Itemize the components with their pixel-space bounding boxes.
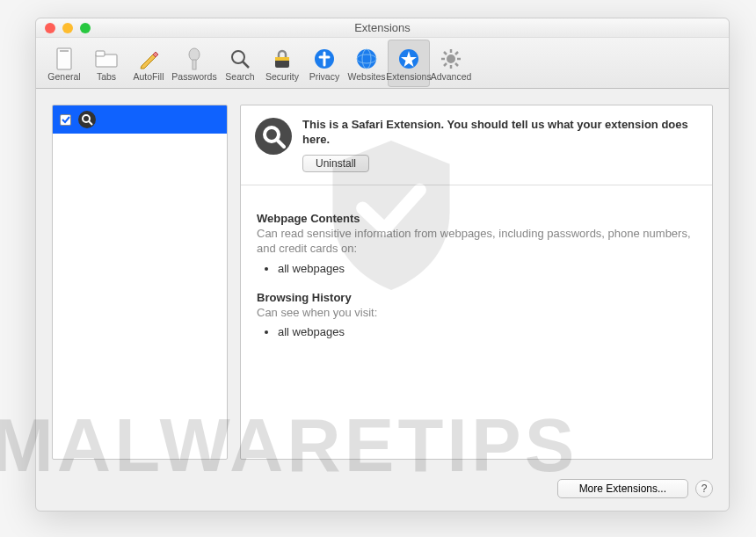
toolbar: General Tabs AutoFill Passwords Search xyxy=(36,38,729,89)
svg-line-23 xyxy=(444,63,447,66)
help-button[interactable]: ? xyxy=(695,480,713,497)
footer: More Extensions... ? xyxy=(36,475,729,511)
tab-privacy[interactable]: Privacy xyxy=(303,40,345,87)
extensions-sidebar xyxy=(52,105,228,460)
extensions-icon xyxy=(396,47,421,71)
search-extension-icon xyxy=(255,118,292,155)
tab-websites[interactable]: Websites xyxy=(345,40,388,87)
preferences-window: Extensions General Tabs AutoFill Passwor… xyxy=(35,18,730,512)
tab-label: Search xyxy=(225,71,254,82)
tab-extensions[interactable]: Extensions xyxy=(388,40,430,87)
extension-checkbox[interactable] xyxy=(60,114,71,126)
tabs-icon xyxy=(94,47,119,71)
privacy-icon xyxy=(312,47,337,71)
svg-point-6 xyxy=(232,51,244,63)
search-extension-icon xyxy=(78,111,96,128)
tab-autofill[interactable]: AutoFill xyxy=(127,40,170,87)
general-icon xyxy=(52,47,76,71)
tab-label: Extensions xyxy=(386,71,431,82)
svg-line-24 xyxy=(455,52,458,54)
tab-general[interactable]: General xyxy=(43,40,85,87)
tab-tabs[interactable]: Tabs xyxy=(85,40,127,87)
tab-passwords[interactable]: Passwords xyxy=(170,40,219,87)
more-extensions-button[interactable]: More Extensions... xyxy=(557,479,688,498)
tab-advanced[interactable]: Advanced xyxy=(430,40,472,87)
svg-point-11 xyxy=(357,49,376,69)
extension-description: This is a Safari Extension. You should t… xyxy=(302,118,698,148)
permission-item: all webpages xyxy=(278,325,696,338)
security-icon xyxy=(270,47,294,71)
window-title: Extensions xyxy=(36,21,729,34)
tab-label: Websites xyxy=(348,71,386,82)
search-icon xyxy=(228,47,252,71)
tab-label: Tabs xyxy=(97,71,116,82)
extension-details-panel: This is a Safari Extension. You should t… xyxy=(240,105,713,460)
svg-line-7 xyxy=(243,62,249,68)
content-area: This is a Safari Extension. You should t… xyxy=(36,89,729,475)
websites-icon xyxy=(354,47,379,71)
svg-line-22 xyxy=(455,63,458,66)
browsing-history-sub: Can see when you visit: xyxy=(257,306,696,321)
svg-point-25 xyxy=(83,115,90,122)
svg-point-4 xyxy=(189,48,200,61)
tab-label: Security xyxy=(265,71,299,82)
svg-rect-9 xyxy=(275,57,289,61)
svg-rect-1 xyxy=(60,50,69,52)
tab-label: Advanced xyxy=(431,71,472,82)
svg-rect-3 xyxy=(96,51,105,56)
svg-line-26 xyxy=(89,121,92,125)
extension-list-item[interactable] xyxy=(53,105,227,134)
webpage-contents-title: Webpage Contents xyxy=(257,212,696,225)
webpage-contents-sub: Can read sensitive information from webp… xyxy=(257,227,696,257)
tab-search[interactable]: Search xyxy=(219,40,261,87)
svg-line-28 xyxy=(277,140,284,147)
svg-rect-5 xyxy=(193,60,196,69)
advanced-icon xyxy=(439,47,463,71)
svg-point-16 xyxy=(447,54,455,63)
permission-item: all webpages xyxy=(278,262,696,275)
tab-security[interactable]: Security xyxy=(261,40,303,87)
passwords-icon xyxy=(182,47,207,71)
titlebar: Extensions xyxy=(36,18,729,38)
tab-label: General xyxy=(47,71,80,82)
autofill-icon xyxy=(136,47,161,71)
svg-line-21 xyxy=(444,52,447,54)
browsing-history-title: Browsing History xyxy=(257,291,696,304)
uninstall-button[interactable]: Uninstall xyxy=(302,155,369,172)
tab-label: AutoFill xyxy=(133,71,164,82)
tab-label: Passwords xyxy=(171,71,216,82)
tab-label: Privacy xyxy=(309,71,339,82)
